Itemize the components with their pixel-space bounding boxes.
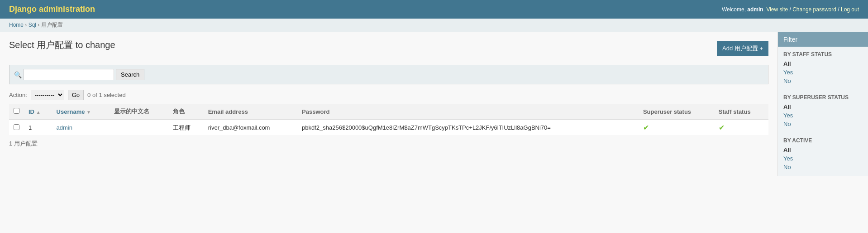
filter-item: No	[783, 163, 863, 171]
sort-icon-username: ▼	[86, 110, 91, 115]
filter-section-list-1: AllYesNo	[778, 102, 868, 133]
breadcrumb: Home › Sql › 用户配置	[0, 19, 868, 32]
filter-item: No	[783, 77, 863, 85]
select-all-checkbox[interactable]	[14, 108, 19, 114]
col-sort-id[interactable]: ID ▲	[29, 108, 41, 115]
action-select[interactable]: ----------	[31, 90, 64, 100]
filter-title: Filter	[778, 32, 868, 47]
brand-link[interactable]: Django administration	[9, 5, 95, 14]
result-table: ID ▲ Username ▼ 显示的中文名 角色 Email address …	[9, 104, 768, 136]
filter-sidebar: Filter By staff statusAllYesNoBy superus…	[777, 32, 868, 176]
col-header-staff-status: Staff status	[714, 104, 768, 120]
col-header-password: Password	[297, 104, 639, 120]
breadcrumb-current: 用户配置	[41, 22, 63, 28]
brand-text: Django administration	[9, 5, 95, 14]
page-title: Select 用户配置 to change	[9, 39, 115, 51]
filter-link[interactable]: No	[783, 78, 791, 84]
filter-link[interactable]: No	[783, 164, 791, 170]
search-bar: 🔍 Search	[9, 65, 768, 84]
filter-item: No	[783, 120, 863, 128]
filter-link[interactable]: All	[783, 103, 791, 110]
filter-link[interactable]: Yes	[783, 155, 793, 162]
welcome-label: Welcome,	[722, 6, 747, 13]
cell-email: river_dba@foxmail.com	[204, 120, 297, 136]
action-go-button[interactable]: Go	[68, 90, 84, 100]
breadcrumb-sql[interactable]: Sql	[29, 22, 36, 28]
table-body: 1 admin 工程师 river_dba@foxmail.com pbkdf2…	[9, 120, 768, 136]
title-row: Select 用户配置 to change Add 用户配置 +	[9, 39, 768, 58]
filter-item: All	[783, 146, 863, 154]
col-header-id: ID ▲	[24, 104, 52, 120]
log-out-link[interactable]: Log out	[841, 6, 859, 13]
superuser-check-icon: ✔	[643, 124, 649, 131]
filter-item: All	[783, 102, 863, 111]
col-header-username: Username ▼	[52, 104, 110, 120]
user-tools: Welcome, admin. View site / Change passw…	[722, 6, 859, 13]
filter-item: Yes	[783, 68, 863, 77]
filter-link[interactable]: All	[783, 146, 791, 153]
action-label: Action:	[9, 92, 27, 98]
filter-section-list-0: AllYesNo	[778, 59, 868, 90]
staff-check-icon: ✔	[719, 124, 725, 131]
select-all-header	[9, 104, 24, 120]
filter-link[interactable]: No	[783, 121, 791, 127]
table-header-row: ID ▲ Username ▼ 显示的中文名 角色 Email address …	[9, 104, 768, 120]
search-button[interactable]: Search	[116, 69, 144, 80]
col-header-role: 角色	[168, 104, 204, 120]
action-bar: Action: ---------- Go 0 of 1 selected	[9, 90, 768, 100]
cell-username: admin	[52, 120, 110, 136]
filter-item: All	[783, 59, 863, 68]
col-header-display-name: 显示的中文名	[110, 104, 168, 120]
search-icon: 🔍	[14, 71, 22, 78]
cell-id: 1	[24, 120, 52, 136]
change-password-link[interactable]: Change password	[792, 6, 836, 13]
col-sort-username[interactable]: Username ▼	[57, 108, 91, 115]
add-button[interactable]: Add 用户配置 +	[717, 41, 768, 56]
filter-section-heading-2: By active	[778, 133, 868, 146]
view-site-link[interactable]: View site	[766, 6, 788, 13]
col-header-superuser-status: Superuser status	[639, 104, 714, 120]
filter-link[interactable]: All	[783, 60, 791, 67]
filter-item: Yes	[783, 154, 863, 163]
row-checkbox[interactable]	[14, 124, 19, 130]
cell-role: 工程师	[168, 120, 204, 136]
cell-staff-status: ✔	[714, 120, 768, 136]
cell-password: pbkdf2_sha256$20000$uQgfM1e8lZrM$aZ7mWTg…	[297, 120, 639, 136]
selected-count: 0 of 1 selected	[87, 92, 126, 98]
username-link[interactable]: admin	[57, 124, 72, 131]
filter-sections: By staff statusAllYesNoBy superuser stat…	[778, 47, 868, 176]
header: Django administration Welcome, admin. Vi…	[0, 0, 868, 19]
filter-section-list-2: AllYesNo	[778, 146, 868, 176]
filter-link[interactable]: Yes	[783, 112, 793, 119]
filter-section-heading-1: By superuser status	[778, 90, 868, 102]
search-input[interactable]	[24, 69, 114, 80]
filter-section-heading-0: By staff status	[778, 47, 868, 59]
sort-icon-id: ▲	[36, 110, 41, 115]
breadcrumb-home[interactable]: Home	[9, 22, 24, 28]
col-header-email: Email address	[204, 104, 297, 120]
row-checkbox-cell	[9, 120, 24, 136]
cell-display-name	[110, 120, 168, 136]
result-count: 1 用户配置	[9, 140, 768, 148]
table-row: 1 admin 工程师 river_dba@foxmail.com pbkdf2…	[9, 120, 768, 136]
username: admin	[747, 6, 763, 13]
filter-link[interactable]: Yes	[783, 69, 793, 76]
cell-superuser-status: ✔	[639, 120, 714, 136]
filter-item: Yes	[783, 111, 863, 120]
